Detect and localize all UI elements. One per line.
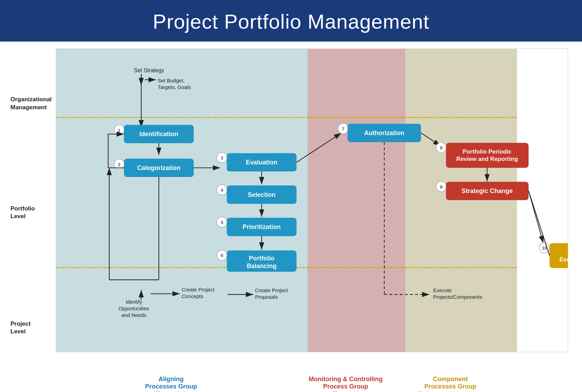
- page-wrapper: Project Portfolio Management Organizatio…: [0, 0, 582, 392]
- diagram-area: OrganizationalManagement PortfolioLevel …: [0, 42, 582, 371]
- org-management-label: OrganizationalManagement: [10, 69, 56, 138]
- dashed-line-top-monitoring: [308, 117, 405, 118]
- component-region: [405, 49, 517, 352]
- dashed-line-bottom-monitoring: [308, 267, 405, 268]
- diagram-content: Set Strategy Set Budget, Targets, Goals …: [56, 49, 568, 368]
- component-label: ComponentProcesses Group (Performance Ma…: [395, 376, 506, 392]
- page-title: Project Portfolio Management: [0, 10, 582, 33]
- bottom-labels: AligningProcesses Group (Preparation) Mo…: [0, 371, 582, 392]
- project-level-label: ProjectLevel: [10, 288, 56, 368]
- monitoring-label: Monitoring & ControllingProcess Group (E…: [297, 376, 395, 392]
- dashed-line-top-aligning: [56, 117, 308, 118]
- aligning-region: [56, 49, 308, 352]
- aligning-label: AligningProcesses Group (Preparation): [45, 376, 297, 392]
- background-regions: [56, 49, 568, 352]
- monitoring-region: [308, 49, 405, 352]
- dashed-line-bottom-aligning: [56, 267, 308, 268]
- header: Project Portfolio Management: [0, 0, 582, 42]
- dashed-line-top-component: [405, 117, 517, 118]
- row-labels: OrganizationalManagement PortfolioLevel …: [10, 49, 56, 368]
- dashed-line-bottom-component: [405, 267, 517, 268]
- portfolio-level-label: PortfolioLevel: [10, 138, 56, 288]
